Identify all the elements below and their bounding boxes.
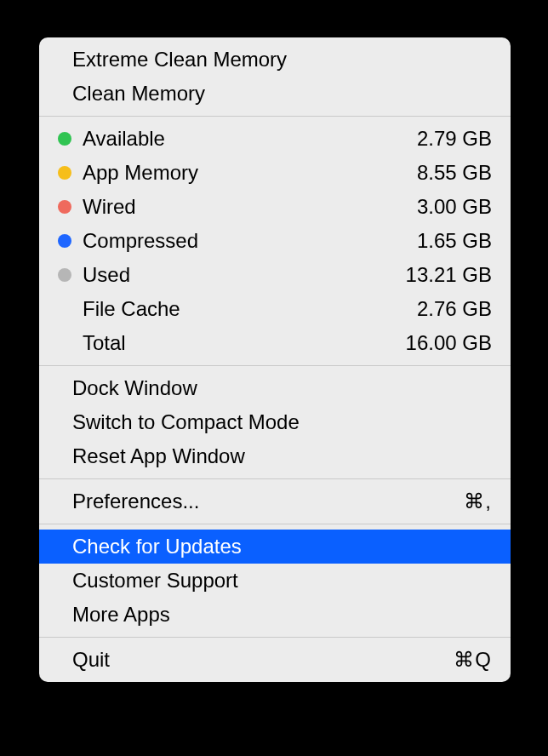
menu-item-label: Switch to Compact Mode [72, 409, 300, 436]
keyboard-shortcut: ⌘Q [454, 646, 492, 673]
stat-label: Available [83, 125, 165, 152]
menu-item-clean-memory[interactable]: Clean Memory [39, 77, 511, 111]
menu-item-label: Customer Support [72, 567, 238, 594]
stat-label: Compressed [83, 227, 198, 255]
menu-item-extreme-clean-memory[interactable]: Extreme Clean Memory [39, 43, 511, 77]
menu-item-dock-window[interactable]: Dock Window [39, 371, 511, 405]
menu-separator [39, 365, 511, 366]
status-dot-icon [58, 166, 71, 180]
memory-stat-app-memory: App Memory 8.55 GB [39, 156, 511, 190]
menu-separator [39, 478, 511, 479]
stat-value: 8.55 GB [417, 159, 492, 186]
stat-label: Wired [83, 193, 136, 220]
memory-stat-wired: Wired 3.00 GB [39, 190, 511, 224]
stat-value: 13.21 GB [406, 261, 492, 289]
menu-item-label: Dock Window [72, 375, 197, 402]
menu-item-label: Reset App Window [72, 443, 245, 470]
stat-value: 2.76 GB [417, 295, 492, 323]
context-menu: Extreme Clean Memory Clean Memory Availa… [39, 37, 511, 682]
memory-stat-available: Available 2.79 GB [39, 122, 511, 156]
stat-label: Total [83, 329, 126, 357]
menu-item-preferences[interactable]: Preferences... ⌘, [39, 484, 511, 518]
status-dot-icon [58, 234, 71, 248]
dot-spacer [58, 302, 71, 316]
menu-item-check-for-updates[interactable]: Check for Updates [39, 530, 511, 564]
keyboard-shortcut: ⌘, [464, 488, 492, 515]
menu-separator [39, 637, 511, 638]
memory-stat-file-cache: File Cache 2.76 GB [39, 292, 511, 326]
menu-separator [39, 524, 511, 524]
stat-label: File Cache [83, 295, 180, 323]
status-dot-icon [58, 132, 71, 146]
menu-item-label: Extreme Clean Memory [72, 46, 287, 73]
memory-stat-used: Used 13.21 GB [39, 258, 511, 292]
menu-item-label: More Apps [72, 601, 170, 628]
stat-value: 3.00 GB [417, 193, 492, 220]
menu-item-label: Clean Memory [72, 80, 205, 107]
stat-value: 1.65 GB [417, 227, 492, 255]
stat-label: Used [83, 261, 130, 289]
stat-value: 2.79 GB [417, 125, 492, 152]
memory-stat-compressed: Compressed 1.65 GB [39, 224, 511, 258]
menu-item-switch-compact-mode[interactable]: Switch to Compact Mode [39, 405, 511, 439]
menu-separator [39, 116, 511, 117]
menu-item-label: Check for Updates [72, 533, 242, 560]
menu-item-customer-support[interactable]: Customer Support [39, 564, 511, 598]
menu-item-reset-app-window[interactable]: Reset App Window [39, 439, 511, 473]
stat-label: App Memory [83, 159, 198, 186]
stat-value: 16.00 GB [406, 329, 492, 357]
menu-item-label: Quit [72, 646, 110, 673]
menu-item-more-apps[interactable]: More Apps [39, 598, 511, 632]
menu-item-label: Preferences... [72, 488, 199, 515]
memory-stat-total: Total 16.00 GB [39, 326, 511, 360]
status-dot-icon [58, 268, 71, 282]
menu-item-quit[interactable]: Quit ⌘Q [39, 643, 511, 677]
dot-spacer [58, 336, 71, 350]
status-dot-icon [58, 200, 71, 214]
